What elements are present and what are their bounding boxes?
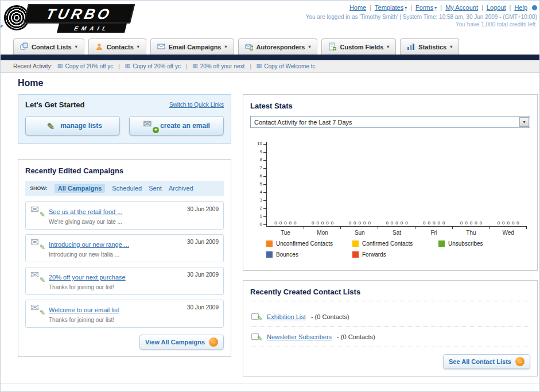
x-tick-label: Sat bbox=[378, 230, 415, 236]
recent-activity-label: Recent Activity: bbox=[13, 63, 52, 69]
chart-group: 00000Fri bbox=[415, 142, 453, 226]
y-tick-label: 9 bbox=[260, 150, 266, 154]
recent-activity-link[interactable]: Copy of Welcome tc bbox=[264, 63, 315, 69]
view-all-campaigns-button[interactable]: View All Campaigns → bbox=[139, 335, 224, 350]
see-all-contact-lists-button[interactable]: See All Contact Lists → bbox=[443, 354, 530, 369]
left-column: Let's Get Started Switch to Quick Links … bbox=[18, 94, 231, 357]
main-content: Home Let's Get Started Switch to Quick L… bbox=[1, 73, 539, 377]
campaign-title-link[interactable]: See us at the retail food ... bbox=[49, 208, 122, 215]
tab-email-campaigns[interactable]: Email Campaigns ▾ bbox=[150, 38, 234, 55]
value-label: 0 bbox=[480, 220, 482, 226]
manage-lists-button[interactable]: ✎ manage lists bbox=[25, 116, 120, 135]
value-label: 0 bbox=[386, 220, 388, 226]
value-labels: 00000 bbox=[267, 220, 304, 226]
show-label: SHOW: bbox=[30, 185, 48, 191]
main-navigation: Contact Lists ▾ Contacts ▾ Email Campaig… bbox=[13, 38, 459, 55]
top-link-forms[interactable]: Forms▾ bbox=[415, 4, 437, 11]
chevron-down-icon: ▾ bbox=[405, 5, 407, 10]
chevron-down-icon: ▾ bbox=[75, 44, 77, 49]
x-tick-label: Tue bbox=[267, 230, 304, 236]
page-title: Home bbox=[18, 78, 539, 88]
email-edit-icon: ✉✎ bbox=[30, 206, 43, 216]
legend-label: Forwards bbox=[362, 251, 386, 258]
recent-activity-item[interactable]: ✉ 20% off your next bbox=[193, 63, 245, 69]
contact-list-item[interactable]: ✎ Exhibition List - (0 Contacts) bbox=[250, 307, 530, 327]
top-link-help[interactable]: Help bbox=[514, 4, 527, 11]
recent-activity-link[interactable]: 20% off your next bbox=[200, 63, 245, 69]
app-window: TURBO EMAIL Home | Templates▾ | Forms▾ |… bbox=[0, 0, 540, 392]
filter-tab-all-campaigns[interactable]: All Campaigns bbox=[55, 184, 105, 193]
recent-activity-item[interactable]: ✉ Copy of 20% off yc bbox=[125, 63, 181, 69]
pencil-icon: ✎ bbox=[43, 121, 56, 131]
chart-groups: 00000Tue00000Mon00000Sun00000Sat00000Fri… bbox=[267, 142, 527, 226]
recent-activity-link[interactable]: Copy of 20% off yc bbox=[133, 63, 181, 69]
recent-contact-lists-panel: Recently Created Contact Lists ✎ Exhibit… bbox=[243, 280, 538, 377]
separator: | bbox=[118, 63, 120, 69]
x-tick-label: Mon bbox=[304, 230, 341, 236]
legend-label: Bounces bbox=[276, 251, 298, 258]
campaign-date: 30 Jun 2009 bbox=[187, 239, 219, 245]
value-label: 0 bbox=[349, 220, 351, 226]
campaign-list-item[interactable]: ✉✎ Welcome to our email list Thanks for … bbox=[25, 300, 224, 328]
value-label: 0 bbox=[274, 220, 277, 226]
chevron-down-icon: ▼ bbox=[519, 117, 529, 127]
y-tick-label: 1 bbox=[260, 214, 266, 219]
value-label: 0 bbox=[465, 220, 467, 226]
logo-sub-box: EMAIL bbox=[57, 24, 127, 33]
email-icon: ✉ bbox=[257, 63, 262, 69]
app-logo[interactable]: TURBO EMAIL bbox=[1, 2, 150, 35]
contact-list-item[interactable]: ✎ Newsletter Subscribers - (0 Contacts) bbox=[250, 327, 530, 347]
logo-primary-text: TURBO bbox=[44, 6, 114, 22]
recent-activity-item[interactable]: ✉ Copy of 20% off yc bbox=[57, 63, 113, 69]
top-link-home[interactable]: Home bbox=[349, 4, 366, 11]
list-edit-icon: ✎ bbox=[251, 313, 262, 321]
autoresponders-icon bbox=[245, 42, 253, 52]
stats-panel-title: Latest Stats bbox=[250, 102, 530, 110]
create-email-button[interactable]: ✉+ create an email bbox=[129, 116, 224, 135]
tab-contacts[interactable]: Contacts ▾ bbox=[88, 38, 146, 55]
top-link-templates[interactable]: Templates▾ bbox=[375, 4, 407, 11]
email-icon: ✉ bbox=[193, 63, 198, 69]
tab-contact-lists[interactable]: Contact Lists ▾ bbox=[13, 38, 84, 55]
chevron-down-icon: ▾ bbox=[387, 44, 389, 49]
tab-custom-fields[interactable]: Custom Fields ▾ bbox=[321, 38, 396, 55]
chevron-down-icon: ▾ bbox=[137, 44, 139, 49]
chevron-down-icon: ▾ bbox=[308, 44, 310, 49]
top-link-my-account[interactable]: My Account bbox=[445, 4, 478, 11]
filter-tab-sent[interactable]: Sent bbox=[149, 185, 162, 192]
stats-period-select[interactable]: Contact Activity for the Last 7 Days ▼ bbox=[250, 116, 530, 128]
separator: | bbox=[186, 63, 188, 69]
campaign-list-item[interactable]: ✉✎ Introducing our new range ... Introdu… bbox=[25, 234, 224, 262]
top-link-logout[interactable]: Logout bbox=[487, 4, 506, 11]
nav-divider-bar bbox=[1, 55, 539, 60]
chart-plot-area: 00000Tue00000Mon00000Sun00000Sat00000Fri… bbox=[266, 142, 527, 227]
value-label: 0 bbox=[512, 220, 514, 226]
footer-divider bbox=[1, 383, 539, 383]
tab-autoresponders[interactable]: Autoresponders ▾ bbox=[238, 38, 318, 55]
value-labels: 00000 bbox=[304, 220, 341, 226]
contact-list-link[interactable]: Newsletter Subscribers bbox=[267, 333, 332, 340]
campaign-list-item[interactable]: ✉✎ See us at the retail food ... We're g… bbox=[25, 201, 224, 230]
get-started-panel: Let's Get Started Switch to Quick Links … bbox=[18, 94, 231, 144]
legend-swatch bbox=[352, 251, 359, 258]
campaign-title-link[interactable]: 20% off your next purchase bbox=[49, 274, 126, 281]
arrow-right-icon: → bbox=[515, 357, 525, 366]
recent-activity-item[interactable]: ✉ Copy of Welcome tc bbox=[257, 63, 316, 69]
tab-statistics[interactable]: Statistics ▾ bbox=[400, 38, 459, 55]
legend-item: Confirmed Contacts bbox=[352, 240, 438, 247]
switch-quick-links-link[interactable]: Switch to Quick Links bbox=[169, 102, 224, 108]
y-tick-label: 5 bbox=[260, 182, 266, 187]
campaign-title-link[interactable]: Introducing our new range ... bbox=[49, 241, 129, 248]
email-icon: ✉ bbox=[57, 63, 63, 69]
arrow-right-icon: → bbox=[209, 337, 218, 347]
contact-list-link[interactable]: Exhibition List bbox=[267, 313, 306, 320]
x-tick-label: Thu bbox=[453, 230, 490, 236]
value-label: 0 bbox=[437, 220, 440, 226]
campaign-title-link[interactable]: Welcome to our email list bbox=[49, 306, 119, 313]
value-label: 0 bbox=[507, 220, 509, 226]
recent-activity-link[interactable]: Copy of 20% off yc bbox=[65, 63, 114, 69]
filter-tab-scheduled[interactable]: Scheduled bbox=[112, 185, 142, 192]
help-icon[interactable] bbox=[532, 5, 537, 10]
campaign-list-item[interactable]: ✉✎ 20% off your next purchase Thanks for… bbox=[25, 267, 224, 295]
filter-tab-archived[interactable]: Archived bbox=[169, 185, 193, 192]
